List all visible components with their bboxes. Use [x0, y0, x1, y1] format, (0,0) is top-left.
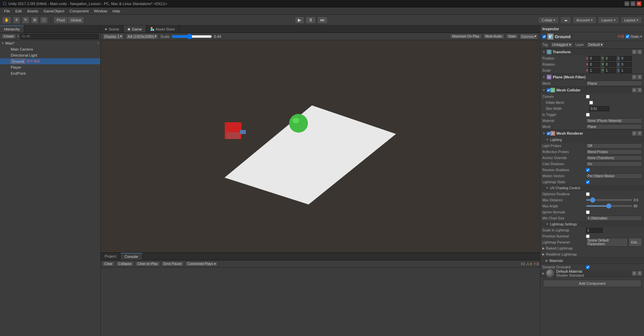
anchor-override-dropdown[interactable]: None (Transform) [586, 155, 642, 160]
mesh-dropdown[interactable]: Plane [586, 81, 642, 86]
tab-asset-store[interactable]: 🏪 Asset Store [146, 25, 179, 32]
lightmap-param-edit-btn[interactable]: Edit... [629, 238, 642, 247]
menu-file[interactable]: File [1, 8, 13, 14]
clear-button[interactable]: Clear [102, 261, 115, 266]
max-distance-slider[interactable] [586, 199, 632, 201]
reflection-probes-dropdown[interactable]: Blend Probes [586, 149, 642, 154]
cloud-button[interactable]: ☁ [560, 16, 571, 24]
transform-settings-btn[interactable]: ⚙ [632, 50, 637, 54]
add-component-button[interactable]: Add Component [543, 280, 641, 287]
pos-y-input[interactable] [604, 56, 616, 61]
lightmap-settings-subheader[interactable]: ▼ Lightmap Settings [540, 221, 644, 227]
menu-edit[interactable]: Edit [13, 8, 24, 14]
stats-btn[interactable]: Stats [506, 34, 518, 39]
inflate-checkbox[interactable] [589, 101, 593, 105]
inspector-content[interactable]: 🧊 勾选 Static ▾ Tag Untagged ▾ Layer Def [540, 32, 644, 336]
scale-slider[interactable] [172, 34, 212, 39]
tool-rect[interactable]: ⬡ [40, 16, 48, 24]
prioritize-illumin-checkbox[interactable] [586, 234, 590, 238]
menu-assets[interactable]: Assets [24, 8, 41, 14]
hier-item-ground[interactable]: Ground 选中地面 [0, 58, 100, 64]
tag-dropdown[interactable]: Untagged ▾ [550, 42, 573, 48]
create-button[interactable]: Create [1, 34, 16, 39]
optimize-realtime-checkbox[interactable] [586, 192, 590, 196]
meshcollider-header[interactable]: ▼ C Mesh Collider ⚙ ☰ [540, 87, 644, 93]
is-trigger-checkbox[interactable] [586, 113, 590, 117]
menu-gameobject[interactable]: GameObject [41, 8, 67, 14]
collapse-button[interactable]: Collapse [116, 261, 134, 266]
pos-z-input[interactable] [620, 56, 632, 61]
layers-button[interactable]: Layers ▾ [598, 16, 619, 24]
tool-scale[interactable]: ⊞ [31, 16, 39, 24]
rot-x-input[interactable] [589, 62, 600, 67]
scale-x-input[interactable] [589, 68, 600, 73]
layer-dropdown[interactable]: Default ▾ [587, 42, 605, 48]
ignore-normals-checkbox[interactable] [586, 210, 590, 214]
tool-hand[interactable]: ✋ [2, 16, 11, 24]
display-dropdown[interactable]: Display 1 ▾ [103, 33, 124, 40]
tab-hierarchy[interactable]: Hierarchy [0, 25, 24, 32]
object-name-input[interactable] [555, 34, 616, 39]
pause-button[interactable]: ⏸ [306, 16, 316, 24]
meshfilter-menu-btn[interactable]: ☰ [637, 75, 642, 79]
pivot-button[interactable]: Pivot [54, 17, 68, 23]
meshcollider-menu-btn[interactable]: ☰ [637, 88, 642, 92]
dynamic-occluded-checkbox[interactable] [586, 265, 590, 269]
scale-in-lightmap-input[interactable] [586, 228, 603, 233]
connected-plays-button[interactable]: Connected Plays ▾ [185, 261, 218, 266]
play-button[interactable]: ▶ [295, 16, 304, 24]
realtime-lightmap-section[interactable]: ▶ Realtime Lightmap [540, 251, 644, 257]
close-button[interactable]: ✕ [637, 1, 641, 6]
hier-item-dirlight[interactable]: Directional Light [0, 52, 100, 58]
static-dropdown-arrow[interactable]: ▾ [640, 35, 642, 38]
hier-item-endpoint[interactable]: EndPoint [0, 70, 100, 76]
scale-y-input[interactable] [604, 68, 616, 73]
tool-move[interactable]: ✛ [13, 16, 20, 24]
pos-x-input[interactable] [589, 56, 600, 61]
tool-rotate[interactable]: ↻ [22, 16, 30, 24]
light-probes-dropdown[interactable]: Off [586, 143, 642, 148]
skin-width-input[interactable] [589, 106, 609, 111]
minimize-button[interactable]: — [625, 1, 629, 6]
meshrenderer-header[interactable]: ▼ R Mesh Renderer ⚙ ☰ [540, 130, 644, 137]
transform-header[interactable]: ▼ T Transform ⚙ ☰ [540, 49, 644, 55]
pivot-global-toggle[interactable]: Pivot Global [54, 16, 84, 24]
maximize-on-play-btn[interactable]: Maximize On Play [450, 34, 482, 39]
rot-z-input[interactable] [620, 62, 632, 67]
meshrenderer-menu-btn[interactable]: ☰ [637, 131, 642, 136]
meshrenderer-enabled-checkbox[interactable] [547, 132, 550, 135]
material-menu-btn[interactable]: ☰ [637, 271, 642, 276]
motion-vectors-dropdown[interactable]: Per Object Motion [586, 174, 642, 179]
meshrenderer-settings-btn[interactable]: ⚙ [632, 131, 637, 136]
menu-help[interactable]: Help [110, 8, 123, 14]
meshfilter-header[interactable]: ▼ M Plane (Mesh Filter) ⚙ ☰ [540, 74, 644, 80]
collab-button[interactable]: Collab ▾ [538, 16, 559, 24]
static-checkbox[interactable] [626, 35, 630, 39]
lightmap-static-checkbox[interactable] [586, 180, 590, 184]
clear-on-play-button[interactable]: Clear on Play [135, 261, 160, 266]
meshcollider-enabled-checkbox[interactable] [547, 88, 550, 92]
hier-item-main[interactable]: ▼ Main* ≡ [0, 40, 100, 46]
lighting-subheader[interactable]: ▼ Lighting [540, 137, 644, 143]
tab-project[interactable]: Project [101, 253, 120, 260]
menu-component[interactable]: Component [67, 8, 91, 14]
scale-z-input[interactable] [620, 68, 632, 73]
step-button[interactable]: ⏭ [317, 16, 328, 24]
lightmap-param-dropdown[interactable]: Scene Default Parameters [586, 238, 628, 247]
uv-charting-subheader[interactable]: ▼ UV Charting Control [540, 185, 644, 191]
min-chart-size-dropdown[interactable]: 4 (Stitchable) [586, 216, 642, 221]
tab-console[interactable]: Console [120, 253, 142, 260]
tab-scene[interactable]: ◈ Scene [101, 25, 123, 32]
col-mesh-dropdown[interactable]: Plane [586, 124, 642, 129]
max-angle-slider[interactable] [586, 205, 632, 207]
convex-checkbox[interactable] [586, 95, 590, 98]
gizmos-dropdown[interactable]: Gizmos ▾ [520, 33, 538, 40]
cast-shadows-dropdown[interactable]: On [586, 161, 642, 166]
mute-audio-btn[interactable]: Mute Audio [483, 34, 504, 39]
account-button[interactable]: Account ▾ [573, 16, 596, 24]
material-settings-btn[interactable]: ⚙ [632, 271, 637, 276]
hier-item-player[interactable]: Player [0, 64, 100, 70]
layout-button[interactable]: Layout ▾ [621, 16, 642, 24]
meshcollider-settings-btn[interactable]: ⚙ [632, 88, 637, 92]
receive-shadows-checkbox[interactable] [586, 168, 590, 172]
